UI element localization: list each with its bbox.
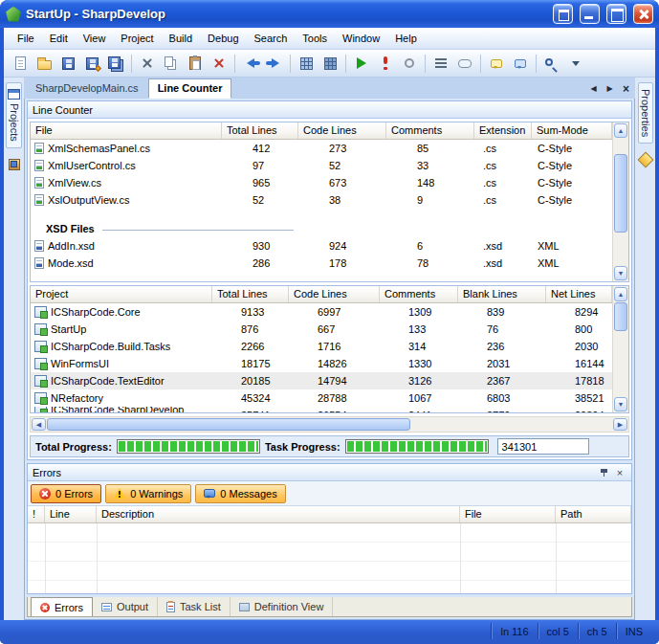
bookmark-list-button[interactable] <box>429 52 452 75</box>
table-row[interactable]: ICSharpCode.Build.Tasks 2266 1716 314 23… <box>31 338 612 355</box>
scroll-down-icon[interactable]: ▼ <box>614 397 627 411</box>
table-row[interactable]: ICSharpCode.Core 9133 6997 1309 839 8294 <box>31 303 612 321</box>
table-row[interactable]: Mode.xsd 286 178 78 .xsd XML <box>31 255 612 272</box>
menu-file[interactable]: File <box>10 29 42 48</box>
column-header-code-lines[interactable]: Code Lines <box>289 286 380 302</box>
table-row-partial[interactable]: ICSharpCode.SharpDevelop 35741 26554 244… <box>31 407 612 412</box>
menu-search[interactable]: Search <box>247 29 296 48</box>
open-folder-button[interactable] <box>33 52 55 75</box>
build-button[interactable] <box>295 52 318 75</box>
table-row[interactable]: XmlUserControl.cs 97 52 33 .cs C-Style <box>31 157 612 174</box>
sidebar-tab-projects[interactable]: Projects <box>6 82 22 148</box>
menu-tools[interactable]: Tools <box>295 29 335 48</box>
copy-button[interactable] <box>160 52 183 75</box>
column-header-extension[interactable]: Extension <box>474 122 532 139</box>
table-row[interactable]: XmlSchemasPanel.cs 412 273 85 .cs C-Styl… <box>31 140 612 157</box>
minimize-button[interactable] <box>580 4 600 24</box>
column-header-severity[interactable]: ! <box>28 506 45 522</box>
column-header-file[interactable]: File <box>460 506 556 522</box>
table-row[interactable]: StartUp 876 667 133 76 800 <box>31 321 612 338</box>
scroll-up-icon[interactable]: ▲ <box>614 287 627 301</box>
column-header-description[interactable]: Description <box>97 506 460 522</box>
column-header-net-lines[interactable]: Net Lines <box>546 286 612 302</box>
tab-output[interactable]: Output <box>93 597 158 616</box>
sidebar-tab-classes[interactable] <box>6 156 23 173</box>
close-button[interactable] <box>633 4 653 24</box>
table-row-selected[interactable]: ICSharpCode.TextEditor 20185 14794 3126 … <box>31 372 612 389</box>
redo-button[interactable] <box>263 52 286 75</box>
menu-window[interactable]: Window <box>335 29 387 48</box>
save-all-button[interactable] <box>104 52 127 75</box>
scroll-down-icon[interactable]: ▼ <box>614 266 627 280</box>
projects-vertical-scrollbar[interactable]: ▲ ▼ <box>612 286 628 412</box>
undo-button[interactable] <box>239 52 262 75</box>
close-panel-button[interactable]: × <box>613 466 626 479</box>
delete-button[interactable] <box>208 52 231 75</box>
column-header-path[interactable]: Path <box>556 506 631 522</box>
table-row[interactable]: XmlView.cs 965 673 148 .cs C-Style <box>31 174 612 191</box>
menu-debug[interactable]: Debug <box>200 29 246 48</box>
app-icon[interactable] <box>6 7 21 22</box>
column-header-line[interactable]: Line <box>45 506 97 522</box>
scroll-up-icon[interactable]: ▲ <box>614 123 627 138</box>
rebuild-button[interactable] <box>319 52 341 75</box>
column-header-blank-lines[interactable]: Blank Lines <box>458 286 546 302</box>
toolwindow-button[interactable] <box>553 4 573 24</box>
tab-definition-view[interactable]: Definition View <box>231 597 334 616</box>
scroll-right-icon[interactable]: ▶ <box>613 418 627 431</box>
save-as-button[interactable] <box>80 52 103 75</box>
search-button[interactable] <box>540 52 563 75</box>
prev-tab-icon[interactable]: ◀ <box>586 81 601 96</box>
column-header-project[interactable]: Project <box>31 286 212 302</box>
save-button[interactable] <box>56 52 79 75</box>
column-header-sum-mode[interactable]: Sum-Mode <box>532 122 612 139</box>
column-header-comments[interactable]: Comments <box>380 286 458 302</box>
scrollbar-thumb[interactable] <box>614 302 627 331</box>
scrollbar-track[interactable] <box>614 233 627 265</box>
maximize-button[interactable] <box>606 4 626 24</box>
column-header-code-lines[interactable]: Code Lines <box>298 122 386 139</box>
sidebar-tab-properties[interactable]: Properties <box>638 82 653 144</box>
new-file-button[interactable] <box>9 52 32 75</box>
comment-region-button[interactable] <box>485 52 508 75</box>
pin-button[interactable] <box>597 466 610 479</box>
tab-sharpdevelopmain[interactable]: SharpDevelopMain.cs <box>26 78 148 99</box>
tab-line-counter[interactable]: Line Counter <box>148 78 232 99</box>
errors-filter-button[interactable]: 0 Errors <box>31 484 101 503</box>
breakpoint-list-button[interactable] <box>453 52 476 75</box>
profiler-button[interactable] <box>398 52 421 75</box>
menu-project[interactable]: Project <box>113 29 161 48</box>
table-row[interactable]: WinFormsUI 18175 14826 1330 2031 16144 <box>31 355 612 372</box>
search-options-button[interactable] <box>564 52 587 75</box>
warnings-filter-button[interactable]: 0 Warnings <box>105 484 191 503</box>
table-row[interactable]: NRefactory 45324 28788 1067 6803 38521 <box>31 389 612 407</box>
tab-errors[interactable]: Errors <box>31 597 93 616</box>
menu-view[interactable]: View <box>76 29 114 48</box>
scrollbar-thumb[interactable] <box>47 418 410 431</box>
menu-build[interactable]: Build <box>162 29 200 48</box>
scrollbar-thumb[interactable] <box>614 154 627 233</box>
menu-help[interactable]: Help <box>387 29 425 48</box>
column-header-file[interactable]: File <box>31 122 222 139</box>
column-header-total-lines[interactable]: Total Lines <box>222 122 298 139</box>
close-tab-icon[interactable]: × <box>619 81 633 96</box>
stop-button[interactable] <box>374 52 397 75</box>
table-row[interactable]: AddIn.xsd 930 924 6 .xsd XML <box>31 237 612 255</box>
tab-task-list[interactable]: Task List <box>158 597 231 616</box>
table-row[interactable]: XslOutputView.cs 52 38 9 .cs C-Style <box>31 191 612 209</box>
horizontal-scrollbar[interactable]: ◀ ▶ <box>30 416 629 433</box>
files-vertical-scrollbar[interactable]: ▲ ▼ <box>612 122 628 281</box>
run-button[interactable] <box>350 52 373 75</box>
scroll-left-icon[interactable]: ◀ <box>32 418 46 431</box>
insert-comment-button[interactable] <box>509 52 532 75</box>
menu-edit[interactable]: Edit <box>42 29 76 48</box>
scrollbar-track[interactable] <box>614 332 627 396</box>
scrollbar-track[interactable] <box>411 418 612 431</box>
column-header-comments[interactable]: Comments <box>386 122 474 139</box>
column-header-total-lines[interactable]: Total Lines <box>212 286 289 302</box>
paste-button[interactable] <box>184 52 207 75</box>
next-tab-icon[interactable]: ▶ <box>603 81 617 96</box>
messages-filter-button[interactable]: 0 Messages <box>195 484 285 503</box>
cut-button[interactable] <box>136 52 159 75</box>
sidebar-tab-tools[interactable] <box>637 151 654 168</box>
